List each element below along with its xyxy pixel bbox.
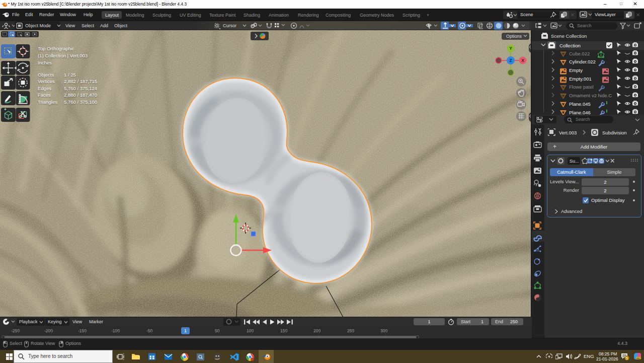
svg-text:X: X <box>521 58 524 63</box>
svg-text:Cube.022: Cube.022 <box>569 51 590 56</box>
svg-text:Options: Options <box>506 34 522 39</box>
svg-text:Empty: Empty <box>569 67 583 73</box>
svg-text:Ornament v2 hide.C: Ornament v2 hide.C <box>569 93 612 98</box>
svg-text:5: 5 <box>626 356 628 360</box>
svg-text:Empty.001: Empty.001 <box>569 76 592 82</box>
svg-text:Subdivision: Subdivision <box>602 130 627 135</box>
svg-text:Cylinder.022: Cylinder.022 <box>569 59 596 64</box>
svg-text:Plane.045: Plane.045 <box>569 101 591 107</box>
svg-text:Su...: Su... <box>570 159 579 164</box>
svg-text:Plane.046: Plane.046 <box>569 110 591 115</box>
svg-text:Collection: Collection <box>559 43 581 48</box>
svg-text:Z: Z <box>509 58 512 63</box>
svg-text:PAC: PAC <box>636 357 641 360</box>
svg-text:Flowe patel: Flowe patel <box>569 84 594 90</box>
svg-text:Vert.003: Vert.003 <box>559 130 577 135</box>
svg-text:Scene Collection: Scene Collection <box>551 33 587 39</box>
svg-text:Y: Y <box>509 46 512 51</box>
